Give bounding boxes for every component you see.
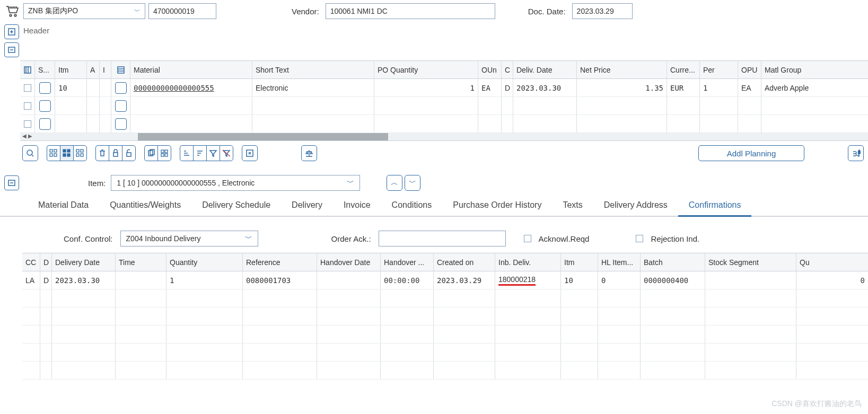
- col-oun[interactable]: OUn: [478, 61, 502, 78]
- deselect-all-button[interactable]: [60, 145, 73, 161]
- table-row[interactable]: 10 000000000000000555 Electronic 1 EA D …: [20, 79, 868, 97]
- select-block-button[interactable]: [73, 145, 87, 161]
- col-created-on[interactable]: Created on: [434, 253, 495, 271]
- cell-c: D: [502, 79, 513, 96]
- col-opu[interactable]: OPU: [738, 61, 761, 78]
- paste-button[interactable]: [157, 145, 171, 161]
- select-all-button[interactable]: [47, 145, 60, 161]
- col-net-price[interactable]: Net Price: [577, 61, 667, 78]
- table-row[interactable]: [20, 115, 868, 133]
- vendor-input[interactable]: 100061 NMI1 DC: [326, 3, 495, 19]
- lock-button[interactable]: [109, 145, 122, 161]
- cell-net-price: 1.35: [577, 79, 667, 96]
- tab-delivery-address[interactable]: Delivery Address: [593, 196, 678, 216]
- col-handover[interactable]: Handover ...: [381, 253, 434, 271]
- chevron-down-icon: ﹀: [134, 7, 141, 16]
- svg-point-0: [10, 14, 12, 16]
- cell-material[interactable]: 000000000000000555: [130, 79, 252, 96]
- table-row[interactable]: [22, 343, 868, 362]
- tab-delivery-schedule[interactable]: Delivery Schedule: [191, 196, 281, 216]
- currency-button[interactable]: $: [848, 145, 864, 161]
- confirmations-grid-header: CC D Delivery Date Time Quantity Referen…: [22, 253, 868, 271]
- col-inb-deliv[interactable]: Inb. Deliv.: [495, 253, 561, 271]
- col-short-text[interactable]: Short Text: [252, 61, 374, 78]
- col-qty[interactable]: Quantity: [166, 253, 243, 271]
- item-prev-button[interactable]: ︿: [387, 175, 402, 191]
- col-po-qty[interactable]: PO Quantity: [374, 61, 478, 78]
- doc-date-input[interactable]: 2023.03.29: [572, 3, 633, 19]
- col-conf-itm[interactable]: Itm: [561, 253, 598, 271]
- sort-asc-button[interactable]: [180, 145, 193, 161]
- collapse-items-button[interactable]: [4, 42, 19, 57]
- col-ref[interactable]: Reference: [243, 253, 317, 271]
- tab-po-history[interactable]: Purchase Order History: [442, 196, 552, 216]
- po-number-input[interactable]: 4700000019: [148, 3, 216, 19]
- col-per[interactable]: Per: [700, 61, 738, 78]
- col-matl-group[interactable]: Matl Group: [761, 61, 868, 78]
- rejection-ind-checkbox[interactable]: [636, 235, 643, 242]
- table-row[interactable]: [22, 362, 868, 380]
- tab-texts[interactable]: Texts: [552, 196, 593, 216]
- unlock-button[interactable]: [122, 145, 136, 161]
- table-row[interactable]: [20, 97, 868, 115]
- tab-delivery[interactable]: Delivery: [281, 196, 333, 216]
- order-ack-input[interactable]: [379, 231, 506, 246]
- row-checkbox[interactable]: [24, 120, 31, 128]
- col-c[interactable]: C: [502, 61, 513, 78]
- tab-invoice[interactable]: Invoice: [333, 196, 381, 216]
- tab-material-data[interactable]: Material Data: [28, 196, 99, 216]
- tab-conditions[interactable]: Conditions: [381, 196, 443, 216]
- expand-header-button[interactable]: [4, 24, 19, 39]
- col-i[interactable]: I: [100, 61, 111, 78]
- inb-deliv-value: 180000218: [498, 275, 536, 286]
- table-row[interactable]: LA D 2023.03.30 1 0080001703 00:00:00 20…: [22, 271, 868, 289]
- settings-button[interactable]: [242, 145, 258, 161]
- detail-button[interactable]: [22, 145, 38, 161]
- col-d[interactable]: D: [40, 253, 52, 271]
- ack-reqd-checkbox[interactable]: [524, 235, 531, 242]
- col-material[interactable]: Material: [130, 61, 252, 78]
- item-icon[interactable]: [115, 82, 127, 94]
- filter-button[interactable]: [206, 145, 220, 161]
- item-icon[interactable]: [115, 118, 127, 130]
- col-batch[interactable]: Batch: [641, 253, 705, 271]
- col-curre[interactable]: Curre...: [667, 61, 700, 78]
- col-time[interactable]: Time: [116, 253, 166, 271]
- horizontal-scrollbar[interactable]: ◀ ▶: [20, 133, 868, 140]
- conf-control-select[interactable]: Z004 Inbound Delivery ﹀: [120, 231, 258, 246]
- tab-confirmations[interactable]: Confirmations: [678, 196, 752, 217]
- table-row[interactable]: [22, 289, 868, 307]
- svg-rect-18: [81, 154, 83, 156]
- item-icon[interactable]: [115, 100, 127, 112]
- tab-quantities-weights[interactable]: Quantities/Weights: [99, 196, 191, 216]
- col-cc[interactable]: CC: [22, 253, 40, 271]
- col-stock-seg[interactable]: Stock Segment: [705, 253, 796, 271]
- col-handover-date[interactable]: Handover Date: [317, 253, 381, 271]
- delete-button[interactable]: [95, 145, 109, 161]
- scrollbar-thumb[interactable]: [138, 133, 388, 140]
- col-hl-item[interactable]: HL Item...: [598, 253, 641, 271]
- row-checkbox[interactable]: [24, 102, 31, 110]
- status-icon[interactable]: [39, 100, 51, 112]
- item-next-button[interactable]: ﹀: [405, 175, 420, 191]
- col-delivery-date[interactable]: Delivery Date: [52, 253, 116, 271]
- item-select[interactable]: 1 [ 10 ] 000000000000000555 , Electronic…: [111, 175, 360, 191]
- filter-delete-button[interactable]: [220, 145, 233, 161]
- balance-button[interactable]: [301, 145, 317, 161]
- table-row[interactable]: [22, 325, 868, 343]
- col-deliv-date[interactable]: Deliv. Date: [513, 61, 577, 78]
- row-checkbox[interactable]: [24, 84, 31, 92]
- sort-desc-button[interactable]: [193, 145, 206, 161]
- status-icon[interactable]: [39, 82, 51, 94]
- copy-button[interactable]: [144, 145, 157, 161]
- col-itm[interactable]: Itm: [55, 61, 87, 78]
- collapse-item-detail-button[interactable]: [4, 175, 19, 190]
- addl-planning-button[interactable]: Addl Planning: [698, 145, 804, 161]
- table-row[interactable]: [22, 307, 868, 325]
- col-qu[interactable]: Qu: [796, 253, 868, 271]
- col-s[interactable]: S...: [35, 61, 55, 78]
- cell-ref: 0080001703: [243, 271, 317, 289]
- status-icon[interactable]: [39, 118, 51, 130]
- col-a[interactable]: A: [87, 61, 100, 78]
- po-type-select[interactable]: ZNB 集团内PO ﹀: [23, 3, 145, 19]
